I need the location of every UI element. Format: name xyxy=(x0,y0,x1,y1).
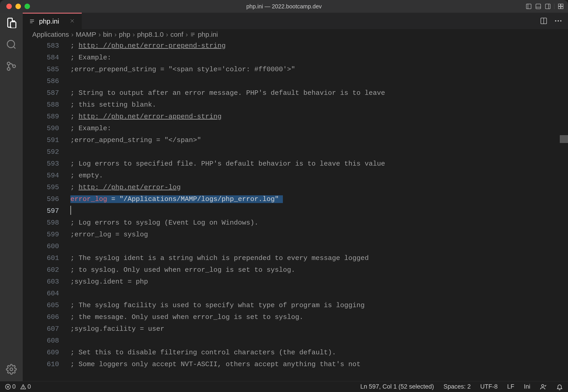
code-line[interactable]: 587; String to output after an error mes… xyxy=(23,87,568,99)
settings-button[interactable] xyxy=(6,364,17,376)
line-content[interactable]: ;error_append_string = "</span>" xyxy=(70,134,201,146)
code-line[interactable]: 605; The syslog facility is used to spec… xyxy=(23,299,568,311)
line-content[interactable]: error_log = "/Applications/MAMP/logs/php… xyxy=(70,193,283,205)
line-number: 588 xyxy=(23,99,70,111)
line-number: 598 xyxy=(23,217,70,229)
line-number: 606 xyxy=(23,311,70,323)
code-line[interactable]: 602; to syslog. Only used when error_log… xyxy=(23,264,568,276)
code-line[interactable]: 603;syslog.ident = php xyxy=(23,276,568,288)
line-content[interactable]: ;syslog.facility = user xyxy=(70,323,164,335)
line-content[interactable]: ; http: //php.net/error-prepend-string xyxy=(70,40,226,52)
feedback-icon[interactable] xyxy=(540,383,547,390)
code-line[interactable]: 585;error_prepend_string = "<span style=… xyxy=(23,64,568,75)
errors-indicator[interactable]: 0 xyxy=(5,383,16,390)
line-content[interactable]: ; Log errors to syslog (Event Log on Win… xyxy=(70,217,258,229)
code-line[interactable]: 599;error_log = syslog xyxy=(23,229,568,240)
warnings-indicator[interactable]: 0 xyxy=(20,383,31,390)
line-content[interactable] xyxy=(70,205,71,217)
line-number: 600 xyxy=(23,240,70,252)
encoding[interactable]: UTF-8 xyxy=(480,383,498,390)
breadcrumb-item[interactable]: bin xyxy=(103,31,112,38)
breadcrumb-item[interactable]: Applications xyxy=(32,31,69,38)
close-tab-button[interactable] xyxy=(70,17,75,25)
line-content[interactable]: ; The syslog ident is a string which is … xyxy=(70,252,369,264)
breadcrumb-item[interactable]: MAMP xyxy=(76,31,96,38)
search-button[interactable] xyxy=(6,39,17,51)
svg-rect-6 xyxy=(558,4,561,6)
toggle-secondary-sidebar-icon[interactable] xyxy=(545,3,551,10)
line-content[interactable]: ; Example: xyxy=(70,123,111,134)
line-number: 589 xyxy=(23,111,70,123)
breadcrumb-item[interactable]: php8.1.0 xyxy=(137,31,164,38)
breadcrumb-file[interactable]: php.ini xyxy=(198,31,218,38)
more-actions-icon[interactable] xyxy=(554,20,562,22)
code-line[interactable]: 606; the message. Only used when error_l… xyxy=(23,311,568,323)
line-content[interactable]: ;error_prepend_string = "<span style='co… xyxy=(70,64,295,75)
line-number: 602 xyxy=(23,264,70,276)
toggle-primary-sidebar-icon[interactable] xyxy=(525,3,532,10)
code-line[interactable]: 586 xyxy=(23,75,568,87)
code-line[interactable]: 607;syslog.facility = user xyxy=(23,323,568,335)
indentation[interactable]: Spaces: 2 xyxy=(443,383,471,390)
code-line[interactable]: 608 xyxy=(23,335,568,347)
code-line[interactable]: 604 xyxy=(23,288,568,299)
code-editor[interactable]: 583; http: //php.net/error-prepend-strin… xyxy=(23,40,568,381)
language-mode[interactable]: Ini xyxy=(524,383,530,390)
source-control-button[interactable] xyxy=(6,61,17,73)
svg-rect-8 xyxy=(558,7,561,9)
editor-area: php.ini Applications› MAMP› bin› php› ph… xyxy=(23,13,568,381)
line-content[interactable]: ; this setting blank. xyxy=(70,99,156,111)
customize-layout-icon[interactable] xyxy=(558,3,564,10)
line-content[interactable]: ; http: //php.net/error-append-string xyxy=(70,111,221,123)
svg-point-13 xyxy=(7,68,10,70)
line-content[interactable]: ; http: //php.net/error-log xyxy=(70,182,181,193)
code-line[interactable]: 601; The syslog ident is a string which … xyxy=(23,252,568,264)
line-content[interactable]: ; the message. Only used when error_log … xyxy=(70,311,303,323)
code-line[interactable]: 600 xyxy=(23,240,568,252)
svg-point-33 xyxy=(23,388,23,388)
tab-php-ini[interactable]: php.ini xyxy=(23,13,82,29)
line-content[interactable]: ;syslog.ident = php xyxy=(70,276,148,288)
eol[interactable]: LF xyxy=(507,383,514,390)
error-icon xyxy=(5,384,11,390)
line-content[interactable]: ; Log errors to specified file. PHP's de… xyxy=(70,158,385,170)
toggle-panel-icon[interactable] xyxy=(535,3,541,10)
line-number: 607 xyxy=(23,323,70,335)
line-content[interactable]: ; empty. xyxy=(70,170,103,182)
code-line[interactable]: 594; empty. xyxy=(23,170,568,182)
line-content[interactable]: ; to syslog. Only used when error_log is… xyxy=(70,264,295,276)
code-line[interactable]: 597 xyxy=(23,205,568,217)
line-number: 583 xyxy=(23,40,70,52)
code-line[interactable]: 590; Example: xyxy=(23,123,568,134)
line-content[interactable]: ; The syslog facility is used to specify… xyxy=(70,299,364,311)
cursor-position[interactable]: Ln 597, Col 1 (52 selected) xyxy=(360,383,434,390)
svg-rect-0 xyxy=(526,4,531,9)
code-line[interactable]: 593; Log errors to specified file. PHP's… xyxy=(23,158,568,170)
code-line[interactable]: 596error_log = "/Applications/MAMP/logs/… xyxy=(23,193,568,205)
split-editor-icon[interactable] xyxy=(540,17,548,25)
notifications-icon[interactable] xyxy=(556,383,563,390)
code-line[interactable]: 584; Example: xyxy=(23,52,568,64)
line-content[interactable]: ;error_log = syslog xyxy=(70,229,148,240)
code-line[interactable]: 589; http: //php.net/error-append-string xyxy=(23,111,568,123)
svg-point-15 xyxy=(10,368,13,371)
code-line[interactable]: 583; http: //php.net/error-prepend-strin… xyxy=(23,40,568,52)
breadcrumb-item[interactable]: php xyxy=(119,31,130,38)
minimap-viewport-indicator[interactable] xyxy=(560,135,568,143)
line-content[interactable]: ; Example: xyxy=(70,52,111,64)
code-line[interactable]: 595; http: //php.net/error-log xyxy=(23,182,568,193)
code-line[interactable]: 592 xyxy=(23,146,568,158)
explorer-button[interactable] xyxy=(6,17,17,29)
line-content[interactable]: ; Some loggers only accept NVT-ASCII, ot… xyxy=(70,358,361,370)
code-line[interactable]: 591;error_append_string = "</span>" xyxy=(23,134,568,146)
breadcrumb-item[interactable]: conf xyxy=(171,31,183,38)
code-line[interactable]: 588; this setting blank. xyxy=(23,99,568,111)
breadcrumb[interactable]: Applications› MAMP› bin› php› php8.1.0› … xyxy=(23,29,568,40)
code-line[interactable]: 609; Set this to disable filtering contr… xyxy=(23,347,568,358)
code-line[interactable]: 610; Some loggers only accept NVT-ASCII,… xyxy=(23,358,568,370)
line-number: 603 xyxy=(23,276,70,288)
svg-rect-4 xyxy=(546,4,550,9)
line-content[interactable]: ; Set this to disable filtering control … xyxy=(70,347,336,358)
line-content[interactable]: ; String to output after an error messag… xyxy=(70,87,385,99)
code-line[interactable]: 598; Log errors to syslog (Event Log on … xyxy=(23,217,568,229)
